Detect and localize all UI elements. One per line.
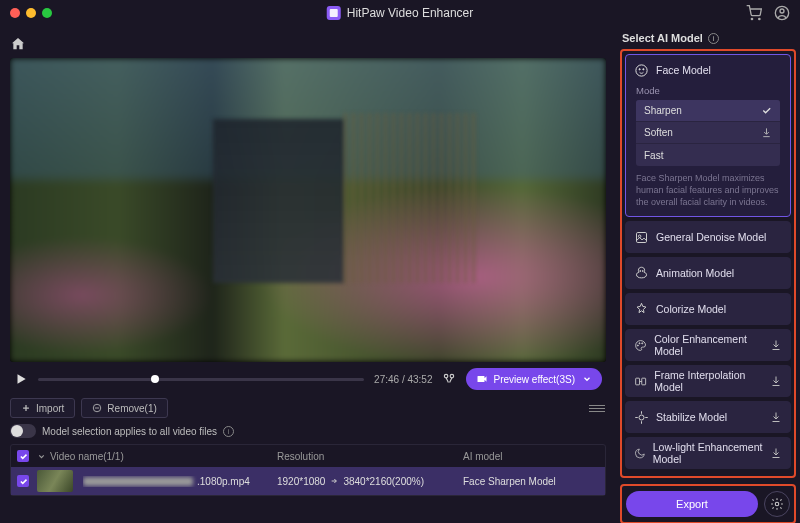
model-label: Color Enhancement Model xyxy=(654,333,763,357)
video-table: Video name(1/1) Resolution AI model .108… xyxy=(10,444,606,496)
video-filename: .1080p.mp4 xyxy=(83,476,250,487)
resolution-to: 3840*2160(200%) xyxy=(343,476,424,487)
import-label: Import xyxy=(36,403,64,414)
model-label: Stabilize Model xyxy=(656,411,727,423)
app-logo-icon xyxy=(327,6,341,20)
video-preview[interactable] xyxy=(10,58,606,362)
model-label: Animation Model xyxy=(656,267,734,279)
mode-label: Mode xyxy=(636,85,780,96)
colorize-icon xyxy=(634,302,649,317)
video-thumbnail xyxy=(37,470,73,492)
model-label: Face Model xyxy=(656,64,711,76)
lowlight-icon xyxy=(634,446,646,461)
download-icon[interactable] xyxy=(770,375,782,387)
apply-all-toggle[interactable] xyxy=(10,424,36,438)
stabilize-icon xyxy=(634,410,649,425)
model-card-lowlight[interactable]: Low-light Enhancement Model xyxy=(625,437,791,469)
col-resolution-header: Resolution xyxy=(277,451,463,462)
check-icon xyxy=(761,105,772,116)
chevron-down-icon xyxy=(37,452,46,461)
titlebar: HitPaw Video Enhancer xyxy=(0,0,800,26)
svg-point-6 xyxy=(451,374,455,378)
list-collapse-icon[interactable] xyxy=(588,401,606,415)
row-model: Face Sharpen Model xyxy=(463,476,599,487)
svg-point-1 xyxy=(751,18,752,19)
download-icon[interactable] xyxy=(761,127,772,138)
model-label: General Denoise Model xyxy=(656,231,766,243)
preview-effect-label: Preview effect(3S) xyxy=(493,374,575,385)
home-icon[interactable] xyxy=(10,36,26,52)
model-card-stabilize[interactable]: Stabilize Model xyxy=(625,401,791,433)
svg-point-9 xyxy=(639,68,640,69)
seek-slider[interactable] xyxy=(38,378,364,381)
svg-point-4 xyxy=(780,9,784,13)
svg-point-17 xyxy=(642,343,643,344)
export-button[interactable]: Export xyxy=(626,491,758,517)
svg-point-20 xyxy=(639,415,644,420)
svg-point-2 xyxy=(759,18,760,19)
import-button[interactable]: Import xyxy=(10,398,75,418)
svg-rect-11 xyxy=(637,232,647,242)
frames-icon xyxy=(634,374,647,389)
model-card-colorize[interactable]: Colorize Model xyxy=(625,293,791,325)
remove-button[interactable]: Remove(1) xyxy=(81,398,167,418)
account-icon[interactable] xyxy=(774,5,790,21)
svg-point-15 xyxy=(637,345,638,346)
model-label: Frame Interpolation Model xyxy=(654,369,763,393)
app-title-text: HitPaw Video Enhancer xyxy=(347,6,474,20)
panel-title: Select AI Model i xyxy=(620,32,796,44)
svg-rect-0 xyxy=(330,9,338,17)
download-icon[interactable] xyxy=(770,339,782,351)
col-model-header: AI model xyxy=(463,451,599,462)
minimize-window-button[interactable] xyxy=(26,8,36,18)
model-description: Face Sharpen Model maximizes human facia… xyxy=(636,172,780,208)
face-icon xyxy=(634,63,649,78)
export-settings-button[interactable] xyxy=(764,491,790,517)
svg-point-21 xyxy=(775,503,779,507)
close-window-button[interactable] xyxy=(10,8,20,18)
resolution-from: 1920*1080 xyxy=(277,476,325,487)
svg-point-5 xyxy=(445,374,449,378)
model-card-frame-interpolation[interactable]: Frame Interpolation Model xyxy=(625,365,791,397)
model-card-color-enhancement[interactable]: Color Enhancement Model xyxy=(625,329,791,361)
model-label: Low-light Enhancement Model xyxy=(653,441,763,465)
row-checkbox[interactable] xyxy=(17,475,29,487)
option-sharpen[interactable]: Sharpen xyxy=(636,100,780,122)
option-fast[interactable]: Fast xyxy=(636,144,780,166)
traffic-lights xyxy=(10,8,52,18)
apply-all-label: Model selection applies to all video fil… xyxy=(42,426,217,437)
remove-label: Remove(1) xyxy=(107,403,156,414)
time-display: 27:46 / 43:52 xyxy=(374,374,432,385)
select-all-checkbox[interactable] xyxy=(17,450,29,462)
export-area: Export xyxy=(620,484,796,523)
gear-icon xyxy=(770,497,784,511)
col-name-header: Video name(1/1) xyxy=(50,451,124,462)
cart-icon[interactable] xyxy=(746,5,762,21)
svg-point-10 xyxy=(643,68,644,69)
play-button[interactable] xyxy=(14,372,28,386)
compare-icon[interactable] xyxy=(442,372,456,386)
download-icon[interactable] xyxy=(770,447,782,459)
model-label: Colorize Model xyxy=(656,303,726,315)
preview-effect-button[interactable]: Preview effect(3S) xyxy=(466,368,602,390)
arrow-right-icon xyxy=(329,477,339,485)
svg-point-8 xyxy=(636,64,647,75)
models-list: Face Model Mode Sharpen Soften xyxy=(620,49,796,478)
model-card-denoise[interactable]: General Denoise Model xyxy=(625,221,791,253)
table-row[interactable]: .1080p.mp4 1920*1080 3840*2160(200%) Fac… xyxy=(11,467,605,495)
option-soften[interactable]: Soften xyxy=(636,122,780,144)
mode-options: Sharpen Soften Fast xyxy=(636,100,780,166)
app-title: HitPaw Video Enhancer xyxy=(327,6,474,20)
model-card-animation[interactable]: Animation Model xyxy=(625,257,791,289)
info-icon[interactable]: i xyxy=(223,426,234,437)
download-icon[interactable] xyxy=(770,411,782,423)
denoise-icon xyxy=(634,230,649,245)
info-icon[interactable]: i xyxy=(708,33,719,44)
svg-point-13 xyxy=(640,270,641,271)
table-header: Video name(1/1) Resolution AI model xyxy=(11,445,605,467)
maximize-window-button[interactable] xyxy=(42,8,52,18)
model-card-face[interactable]: Face Model Mode Sharpen Soften xyxy=(625,54,791,217)
player-controls: 27:46 / 43:52 Preview effect(3S) xyxy=(10,362,606,398)
animation-icon xyxy=(634,266,649,281)
palette-icon xyxy=(634,338,647,353)
